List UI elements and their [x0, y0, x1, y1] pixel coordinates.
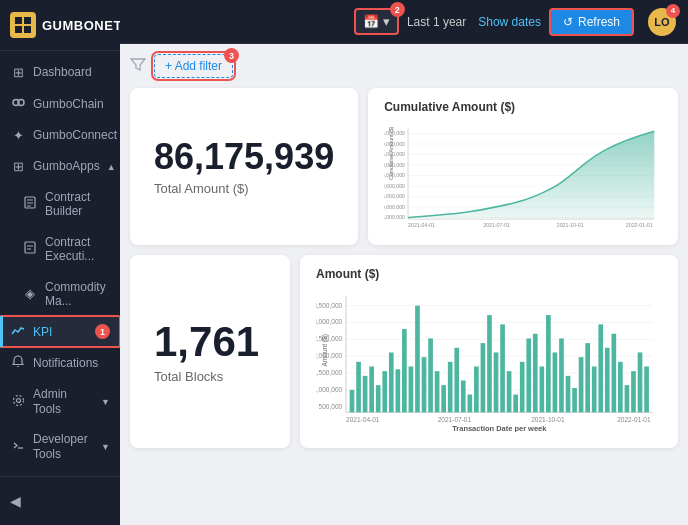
dropdown-arrow: ▾: [383, 14, 390, 29]
sidebar-nav: ⊞ Dashboard GumboChain ✦ GumboConnect ⊞ …: [0, 51, 120, 476]
svg-text:35,000,000: 35,000,000: [384, 151, 405, 157]
dev-chevron: ▼: [101, 442, 110, 452]
svg-text:2021-04-01: 2021-04-01: [346, 416, 380, 423]
svg-rect-68: [409, 366, 414, 412]
svg-rect-71: [428, 338, 433, 412]
svg-text:3,000,000: 3,000,000: [316, 318, 343, 325]
svg-rect-98: [605, 348, 610, 413]
svg-rect-65: [389, 352, 394, 412]
svg-rect-81: [494, 352, 499, 412]
svg-rect-75: [454, 348, 459, 413]
svg-text:45,000,000: 45,000,000: [384, 130, 405, 136]
show-dates-button[interactable]: Show dates: [478, 15, 541, 29]
svg-text:5,000,000: 5,000,000: [384, 214, 405, 220]
svg-text:2,000,000: 2,000,000: [316, 352, 343, 359]
svg-rect-10: [25, 242, 35, 253]
total-blocks-number: 1,761: [154, 319, 266, 365]
sidebar-item-contract-executi[interactable]: Contract Executi...: [0, 227, 120, 272]
svg-rect-66: [395, 369, 400, 412]
svg-text:2021-10-01: 2021-10-01: [531, 416, 565, 423]
svg-rect-3: [24, 26, 31, 33]
svg-rect-84: [513, 394, 518, 412]
notifications-icon: [10, 355, 26, 371]
avatar-badge: 4: [666, 4, 680, 18]
sidebar-item-notifications[interactable]: Notifications: [0, 347, 120, 379]
calendar-badge: 2: [390, 2, 405, 17]
svg-text:25,000,000: 25,000,000: [384, 172, 405, 178]
admin-icon: [10, 394, 26, 410]
sidebar-item-commodity-ma[interactable]: ◈ Commodity Ma...: [0, 272, 120, 317]
cumulative-chart: Cumulative Amount ($) 45,000,000 40,000,…: [384, 120, 662, 229]
svg-rect-96: [592, 366, 597, 412]
svg-point-15: [13, 395, 23, 405]
sidebar-item-gumbochain[interactable]: GumboChain: [0, 88, 120, 120]
sidebar-item-kpi[interactable]: KPI 1: [0, 316, 120, 347]
filter-icon: [130, 58, 146, 75]
svg-text:2021-07-01: 2021-07-01: [483, 222, 510, 228]
svg-rect-89: [546, 315, 551, 412]
connect-icon: ✦: [10, 128, 26, 143]
calendar-icon: 📅: [363, 14, 379, 29]
svg-rect-73: [441, 385, 446, 412]
sidebar-collapse[interactable]: ◀: [10, 487, 110, 515]
refresh-btn-wrapper: ↺ Refresh: [549, 8, 634, 36]
svg-rect-1: [24, 17, 31, 24]
svg-text:2022-01-01: 2022-01-01: [617, 416, 651, 423]
svg-rect-80: [487, 315, 492, 412]
sidebar-item-gumboapps[interactable]: ⊞ GumboApps ▲: [0, 151, 120, 182]
add-filter-button[interactable]: + Add filter: [154, 54, 233, 78]
svg-text:2021-07-01: 2021-07-01: [438, 416, 472, 423]
sidebar-logo: GUMBONET: [0, 0, 120, 51]
content-area: + Add filter 3 86,175,939 Total Amount (…: [120, 44, 688, 525]
svg-rect-67: [402, 329, 407, 412]
dashboard-icon: ⊞: [10, 65, 26, 80]
svg-rect-93: [572, 388, 577, 412]
svg-rect-70: [422, 357, 427, 412]
contract-executi-icon: [22, 241, 38, 257]
svg-text:2022-01-01: 2022-01-01: [626, 222, 653, 228]
apps-icon: ⊞: [10, 159, 26, 174]
svg-rect-83: [507, 371, 512, 412]
svg-text:1,000,000: 1,000,000: [316, 386, 343, 393]
sidebar-item-contract-builder[interactable]: Contract Builder: [0, 182, 120, 227]
svg-rect-92: [566, 376, 571, 412]
total-amount-card: 86,175,939 Total Amount ($): [130, 88, 358, 245]
contract-builder-icon: [22, 196, 38, 212]
top-cards-row: 86,175,939 Total Amount ($) Cumulative A…: [130, 88, 678, 245]
avatar-wrapper: LO 4: [642, 8, 676, 36]
svg-rect-87: [533, 334, 538, 413]
svg-rect-85: [520, 362, 525, 412]
dev-tools-icon: [10, 439, 26, 455]
svg-rect-72: [435, 371, 440, 412]
bar-chart-title: Amount ($): [316, 267, 662, 281]
apps-chevron: ▲: [107, 162, 116, 172]
main-panel: 📅 ▾ 2 Last 1 year Show dates ↺ Refresh L…: [120, 0, 688, 525]
svg-rect-60: [356, 362, 361, 412]
svg-rect-90: [553, 352, 558, 412]
svg-rect-76: [461, 380, 466, 412]
total-blocks-card: 1,761 Total Blocks: [130, 255, 290, 448]
sidebar-item-developer-tools[interactable]: Developer Tools ▼: [0, 424, 120, 469]
chain-icon: [10, 96, 26, 112]
bar-chart: Amount ($) 3,500,000 3,000,000 2,500,000…: [316, 287, 662, 432]
svg-text:15,000,000: 15,000,000: [384, 193, 405, 199]
svg-rect-78: [474, 366, 479, 412]
sidebar-item-dashboard[interactable]: ⊞ Dashboard: [0, 57, 120, 88]
topbar: 📅 ▾ 2 Last 1 year Show dates ↺ Refresh L…: [120, 0, 688, 44]
filter-badge: 3: [224, 48, 239, 63]
svg-rect-88: [539, 366, 544, 412]
svg-rect-2: [15, 26, 22, 33]
sidebar-item-admin-tools[interactable]: Admin Tools ▼: [0, 379, 120, 424]
kpi-icon: [10, 324, 26, 339]
total-amount-number: 86,175,939: [154, 137, 334, 177]
svg-rect-86: [526, 338, 531, 412]
svg-rect-100: [618, 362, 623, 412]
sidebar: GUMBONET ⊞ Dashboard GumboChain ✦ GumboC…: [0, 0, 120, 525]
refresh-button[interactable]: ↺ Refresh: [549, 8, 634, 36]
svg-rect-104: [644, 366, 649, 412]
sidebar-item-gumboconnect[interactable]: ✦ GumboConnect: [0, 120, 120, 151]
svg-rect-69: [415, 306, 420, 413]
filter-bar: + Add filter 3: [130, 54, 678, 78]
svg-text:30,000,000: 30,000,000: [384, 162, 405, 168]
admin-chevron: ▼: [101, 397, 110, 407]
